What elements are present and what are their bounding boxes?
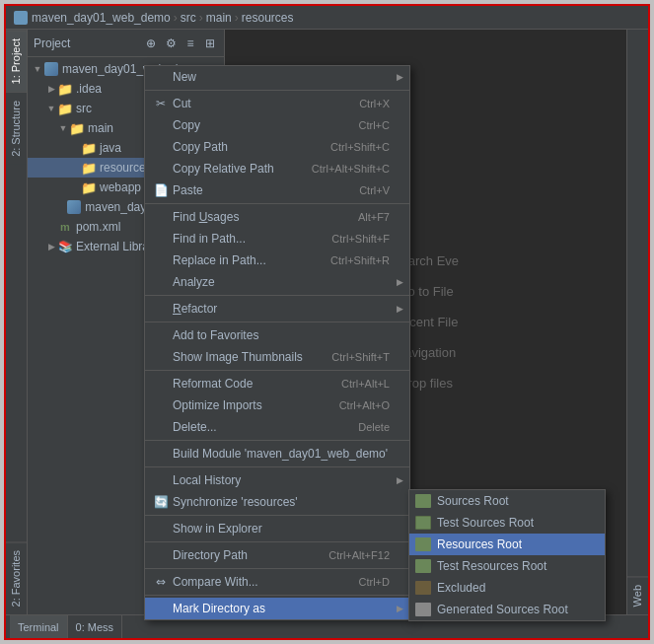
sidebar-tab-favorites[interactable]: 2: Favorites	[6, 541, 27, 614]
dir-path-shortcut: Ctrl+Alt+F12	[328, 549, 401, 561]
menu-sep-2	[145, 203, 409, 204]
menu-item-sync[interactable]: 🔄 Synchronize 'resources'	[145, 491, 409, 513]
menu-label-thumbnails: Show Image Thumbnails	[173, 350, 303, 364]
menu-item-copy[interactable]: Copy Ctrl+C	[145, 114, 409, 136]
menu-label-new: New	[173, 70, 196, 84]
menu-label-copy: Copy	[173, 118, 200, 132]
panel-icon-menu[interactable]: ≡	[182, 36, 198, 51]
menu-item-show-explorer[interactable]: Show in Explorer	[145, 518, 409, 539]
folder-icon-main: 📁	[69, 121, 85, 135]
tree-label-webapp: webapp	[100, 180, 141, 194]
menu-item-optimize[interactable]: Optimize Imports Ctrl+Alt+O	[145, 394, 409, 416]
menu-item-paste[interactable]: 📄 Paste Ctrl+V	[145, 179, 409, 201]
paste-icon: 📄	[153, 183, 169, 197]
test-sources-icon	[415, 516, 431, 530]
menu-label-refactor: Refactor	[173, 302, 217, 316]
tree-arrow-src: ▼	[45, 103, 57, 114]
tree-arrow-webapp	[69, 181, 81, 193]
project-icon-sub	[66, 200, 82, 214]
menu-item-local-history[interactable]: Local History	[145, 469, 409, 491]
copy-rel-shortcut: Ctrl+Alt+Shift+C	[312, 163, 401, 175]
tree-arrow-pom	[45, 221, 57, 233]
menu-item-dir-path[interactable]: Directory Path Ctrl+Alt+F12	[145, 544, 409, 566]
menu-item-replace-in-path[interactable]: Replace in Path... Ctrl+Shift+R	[145, 250, 409, 271]
compare-shortcut: Ctrl+D	[359, 576, 401, 588]
menu-sep-1	[145, 90, 409, 91]
tree-arrow-java	[69, 142, 81, 154]
submenu-item-sources[interactable]: Sources Root	[409, 490, 605, 512]
submenu-item-test-sources[interactable]: Test Sources Root	[409, 512, 605, 534]
menu-item-mark-dir[interactable]: Mark Directory as	[145, 598, 409, 619]
menu-item-find-usages[interactable]: Find Usages Alt+F7	[145, 206, 409, 228]
title-bar: maven_day01_web_demo › src › main › reso…	[6, 6, 648, 30]
menu-label-reformat: Reformat Code	[173, 377, 253, 391]
copy-shortcut: Ctrl+C	[359, 119, 401, 131]
folder-icon-resources: 📁	[81, 161, 97, 175]
menu-label-copy-rel: Copy Relative Path	[173, 162, 274, 176]
breadcrumb-item-2: src	[181, 11, 196, 25]
bottom-tab-messages[interactable]: 0: Mess	[68, 615, 123, 638]
submenu-item-generated[interactable]: Generated Sources Root	[409, 599, 605, 620]
reformat-shortcut: Ctrl+Alt+L	[341, 378, 401, 390]
menu-label-explorer: Show in Explorer	[173, 522, 262, 536]
menu-label-history: Local History	[173, 473, 241, 487]
menu-label-paste: Paste	[173, 183, 203, 197]
replace-shortcut: Ctrl+Shift+R	[330, 254, 401, 266]
submenu-label-generated: Generated Sources Root	[437, 603, 568, 616]
panel-icon-gear[interactable]: ⚙	[163, 36, 179, 51]
menu-item-copy-rel-path[interactable]: Copy Relative Path Ctrl+Alt+Shift+C	[145, 158, 409, 179]
breadcrumb-item-1: maven_day01_web_demo	[32, 11, 171, 25]
submenu-label-test-resources: Test Resources Root	[437, 559, 546, 573]
submenu-label-test-sources: Test Sources Root	[437, 516, 534, 530]
menu-sep-5	[145, 370, 409, 371]
tree-label-pom: pom.xml	[76, 220, 120, 234]
panel-title: Project	[34, 36, 139, 50]
menu-item-image-thumbnails[interactable]: Show Image Thumbnails Ctrl+Shift+T	[145, 346, 409, 368]
folder-icon-idea: 📁	[57, 82, 73, 96]
sync-icon: 🔄	[153, 495, 169, 509]
menu-item-refactor[interactable]: Refactor	[145, 298, 409, 320]
menu-item-delete[interactable]: Delete... Delete	[145, 416, 409, 438]
menu-item-copy-path[interactable]: Copy Path Ctrl+Shift+C	[145, 136, 409, 158]
xml-icon: m	[57, 220, 73, 234]
submenu-label-resources: Resources Root	[437, 537, 522, 551]
tree-arrow-resources	[69, 162, 81, 174]
menu-sep-8	[145, 515, 409, 516]
tree-label-java: java	[100, 141, 121, 155]
menu-item-compare[interactable]: ⇔ Compare With... Ctrl+D	[145, 571, 409, 593]
panel-icon-expand[interactable]: ⊞	[202, 36, 218, 51]
app-icon	[14, 11, 28, 25]
bottom-tab-terminal[interactable]: Terminal	[10, 615, 68, 638]
generated-icon	[415, 603, 431, 616]
menu-item-analyze[interactable]: Analyze	[145, 271, 409, 293]
submenu-item-resources[interactable]: Resources Root	[409, 534, 605, 555]
submenu-item-test-resources[interactable]: Test Resources Root	[409, 555, 605, 577]
panel-icon-add[interactable]: ⊕	[143, 36, 159, 51]
project-icon	[43, 62, 59, 76]
menu-item-reformat[interactable]: Reformat Code Ctrl+Alt+L	[145, 373, 409, 394]
sidebar-tab-structure[interactable]: 2: Structure	[6, 92, 27, 165]
menu-label-find-usages: Find Usages	[173, 210, 239, 224]
tree-arrow-ext-libs: ▶	[45, 241, 57, 252]
menu-label-cut: Cut	[173, 97, 191, 110]
menu-sep-7	[145, 466, 409, 467]
sidebar-tab-project[interactable]: 1: Project	[6, 30, 27, 92]
menu-label-build: Build Module 'maven_day01_web_demo'	[173, 447, 388, 461]
submenu-item-excluded[interactable]: Excluded	[409, 577, 605, 599]
submenu-label-excluded: Excluded	[437, 581, 485, 595]
messages-label: 0: Mess	[76, 621, 114, 633]
folder-icon-src: 📁	[57, 102, 73, 115]
menu-sep-6	[145, 440, 409, 441]
menu-item-build-module[interactable]: Build Module 'maven_day01_web_demo'	[145, 443, 409, 465]
sidebar-tab-web[interactable]: Web	[627, 576, 648, 614]
menu-item-find-in-path[interactable]: Find in Path... Ctrl+Shift+F	[145, 228, 409, 250]
menu-item-add-favorites[interactable]: Add to Favorites	[145, 324, 409, 346]
paste-shortcut: Ctrl+V	[359, 184, 401, 196]
tree-arrow-idea: ▶	[45, 83, 57, 95]
menu-label-mark: Mark Directory as	[173, 602, 265, 615]
menu-label-compare: Compare With...	[173, 575, 258, 589]
menu-item-new[interactable]: New	[145, 66, 409, 88]
menu-item-cut[interactable]: ✂ Cut Ctrl+X	[145, 93, 409, 114]
menu-label-copy-path: Copy Path	[173, 140, 228, 154]
sidebar-left: 1: Project 2: Structure 2: Favorites	[6, 30, 28, 614]
